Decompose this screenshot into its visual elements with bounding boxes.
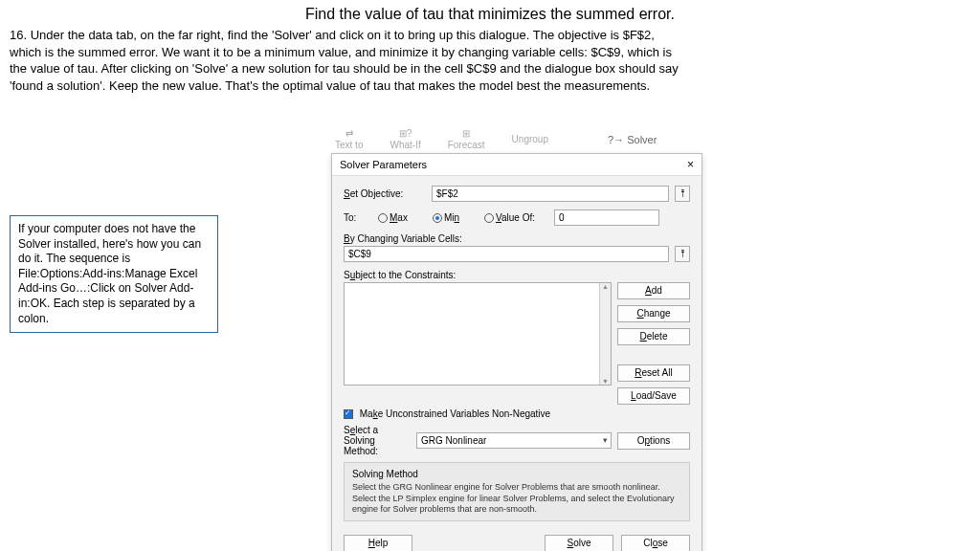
by-changing-label: By Changing Variable Cells: [344,233,690,244]
radio-max[interactable]: Max [378,212,408,223]
ribbon-forecast: ⊞Forecast [448,128,485,150]
constraints-label: Subject to the Constraints: [344,270,690,280]
options-button[interactable]: Options [617,432,690,450]
solver-dialog: Solver Parameters × Set Objective: $F$2 … [331,153,702,551]
reset-all-button[interactable]: Reset All [617,364,690,382]
add-button[interactable]: Add [617,282,690,299]
close-button[interactable]: Close [621,535,690,551]
method-label: Select a Solving Method: [344,425,411,456]
ribbon-ungroup: Ungroup [512,134,548,144]
page-title: Find the value of tau that minimizes the… [0,0,980,23]
ribbon-solver[interactable]: ?→ Solver [608,134,657,145]
instruction-text: 16. Under the data tab, on the far right… [0,23,689,94]
change-button[interactable]: Change [617,305,690,322]
scrollbar[interactable] [599,283,611,385]
ribbon-whatif: ⊞?What-If [390,128,420,150]
radio-min[interactable]: Min [433,212,459,223]
nonneg-checkbox[interactable]: Make Unconstrained Variables Non-Negativ… [344,408,690,419]
changing-cells-input[interactable]: $C$9 [344,246,669,262]
dialog-title: Solver Parameters [340,159,427,170]
method-description: Solving Method Select the GRG Nonlinear … [344,462,690,521]
install-note: If your computer does not have the Solve… [10,215,218,333]
help-button[interactable]: Help [344,535,412,551]
ribbon-text-to: ⇄Text to [335,128,363,150]
changing-ref-picker[interactable]: ⭱ [675,246,690,262]
close-icon[interactable]: × [687,158,694,171]
solve-button[interactable]: Solve [545,535,613,551]
objective-input[interactable]: $F$2 [432,186,669,202]
method-select[interactable]: GRG Nonlinear [416,432,612,449]
delete-button[interactable]: Delete [617,328,690,345]
constraints-listbox[interactable] [344,282,612,386]
load-save-button[interactable]: Load/Save [617,387,690,405]
check-icon [344,409,353,419]
to-label: To: [344,212,372,223]
radio-valueof[interactable]: Value Of: [484,212,535,223]
valueof-input[interactable]: 0 [554,209,659,226]
set-objective-label: Set Objective: [344,188,426,199]
objective-ref-picker[interactable]: ⭱ [675,186,690,202]
